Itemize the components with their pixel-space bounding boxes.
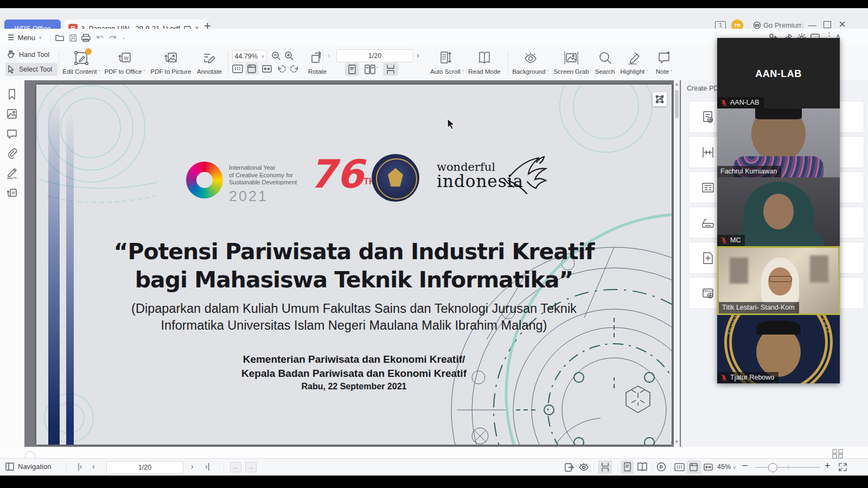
status-page-box[interactable]: 1/20 bbox=[106, 461, 183, 474]
hand-tool-button[interactable]: Hand Tool bbox=[7, 50, 49, 59]
search-button[interactable]: Search bbox=[592, 50, 617, 75]
forward-view-button[interactable]: → bbox=[245, 462, 257, 472]
single-page-view-icon[interactable] bbox=[348, 65, 356, 74]
navigation-toggle[interactable]: Navigation bbox=[5, 463, 51, 471]
extract-image-button[interactable] bbox=[653, 92, 667, 106]
comment-icon[interactable] bbox=[6, 128, 18, 140]
fit-width-icon[interactable] bbox=[261, 64, 272, 74]
from-scanner-icon bbox=[701, 216, 715, 230]
doc-vscrollbar[interactable]: ▲ ▼ bbox=[674, 80, 680, 447]
next-page-icon[interactable]: › bbox=[417, 51, 419, 60]
slide-subtitle: (Dipaparkan dalam Kuliah Umum Fakultas S… bbox=[36, 300, 672, 334]
highlight-button[interactable]: Highlight ˘ bbox=[618, 50, 650, 75]
restore-button[interactable] bbox=[824, 21, 831, 28]
background-button[interactable]: Background ˘ bbox=[511, 50, 550, 75]
toolbar-more-icon[interactable]: ⌄ bbox=[122, 35, 126, 40]
fullscreen-icon[interactable] bbox=[838, 463, 847, 472]
workspace-grid-icon[interactable] bbox=[832, 449, 843, 459]
vscroll-thumb[interactable] bbox=[675, 90, 679, 118]
two-page-dropdown-icon[interactable]: ˘ bbox=[376, 66, 378, 72]
zoom-slider-knob[interactable] bbox=[768, 463, 777, 472]
avatar-initials: TR bbox=[734, 23, 741, 28]
annotate-button[interactable]: Annotate bbox=[194, 50, 225, 75]
pdf-to-office-label: PDF to Office bbox=[104, 68, 142, 75]
fit-width-icon-status[interactable] bbox=[703, 463, 713, 472]
eye-icon[interactable] bbox=[578, 463, 589, 472]
first-page-icon[interactable]: |‹ bbox=[78, 462, 82, 471]
next-page-icon-status[interactable]: › bbox=[191, 462, 194, 471]
signature-icon[interactable] bbox=[6, 167, 18, 179]
fit-page-icon-status[interactable] bbox=[689, 463, 698, 472]
pdf-to-office-button[interactable]: W PDF to Office ˘ bbox=[103, 50, 146, 75]
attachment-icon[interactable] bbox=[6, 147, 18, 159]
pdf-to-office-icon: W bbox=[117, 50, 133, 66]
continuous-view-icon-status[interactable] bbox=[601, 463, 610, 472]
print-icon[interactable] bbox=[81, 34, 91, 42]
video-tile-fachrul[interactable]: Fachrul Kurniawan bbox=[717, 108, 840, 177]
fit-page-icon[interactable] bbox=[247, 64, 257, 74]
muted-mic-icon bbox=[720, 374, 727, 381]
new-blank-icon bbox=[701, 251, 715, 265]
continuous-view-icon[interactable] bbox=[386, 65, 395, 74]
from-file-icon bbox=[701, 110, 715, 124]
book-view-icon[interactable] bbox=[637, 462, 648, 472]
ai-badge-icon bbox=[85, 48, 92, 55]
bookmark-icon[interactable] bbox=[6, 88, 18, 100]
pdf-to-picture-button[interactable]: PDF to Picture bbox=[149, 50, 193, 75]
zoom-in-icon[interactable] bbox=[284, 51, 294, 61]
room-title: AAN-LAB bbox=[717, 68, 840, 80]
go-premium-button[interactable]: Go Premium bbox=[753, 21, 803, 29]
rotate-left-icon[interactable] bbox=[277, 64, 286, 74]
minimize-button[interactable]: — bbox=[808, 20, 816, 29]
select-tool-button[interactable]: Select Tool bbox=[5, 63, 58, 76]
rotate-right-icon[interactable] bbox=[290, 64, 299, 74]
menu-label: Menu bbox=[18, 34, 36, 42]
rotate-button[interactable]: Rotate bbox=[305, 50, 330, 75]
zoom-out-icon[interactable] bbox=[271, 51, 281, 61]
scroll-up-icon[interactable]: ▲ bbox=[674, 81, 679, 87]
screen-grab-button[interactable]: Screen Grab bbox=[552, 50, 590, 75]
prev-page-icon[interactable]: ‹ bbox=[328, 51, 330, 60]
zoom-slider[interactable] bbox=[755, 467, 820, 468]
scroll-down-icon[interactable]: ▼ bbox=[674, 439, 679, 445]
hand-icon bbox=[7, 50, 15, 59]
menu-button[interactable]: ☰ Menu ∨ bbox=[8, 33, 42, 42]
zoom-value-select[interactable]: 44.79%∨ bbox=[232, 50, 267, 62]
read-mode-button[interactable]: Read Mode bbox=[468, 50, 501, 75]
redo-icon[interactable] bbox=[108, 34, 117, 42]
edit-content-button[interactable]: Edit Content ˘ bbox=[62, 50, 101, 75]
horizontal-scroll-strip[interactable] bbox=[0, 447, 868, 458]
single-page-icon-status[interactable] bbox=[623, 462, 631, 472]
auto-scroll-button[interactable]: Auto Scroll ˘ bbox=[430, 50, 461, 75]
thumbnails-icon[interactable] bbox=[6, 108, 18, 120]
zoom-minus-icon[interactable]: − bbox=[742, 460, 748, 472]
two-page-view-icon[interactable] bbox=[365, 65, 375, 74]
save-icon[interactable] bbox=[69, 34, 78, 42]
status-bar: Navigation |‹ ‹ 1/20 › ›| ← → 45% ∨ − bbox=[0, 458, 868, 476]
cursor-icon bbox=[8, 65, 15, 74]
video-tile-titik-active-speaker[interactable]: Titik Lestari- Stand-Kom bbox=[717, 246, 840, 315]
slide-launch-icon[interactable] bbox=[564, 463, 575, 472]
last-page-icon[interactable]: ›| bbox=[205, 462, 209, 471]
pdf-page[interactable]: International Year of Creative Economy f… bbox=[36, 85, 672, 445]
export-word-icon[interactable]: W bbox=[6, 187, 18, 199]
video-conference-overlay[interactable]: AAN-LAB AAN-LAB Fachrul Kurniawan MC bbox=[717, 38, 840, 383]
page-indicator-box[interactable]: 1/20 bbox=[336, 49, 413, 62]
back-view-button[interactable]: ← bbox=[230, 462, 241, 472]
undo-icon[interactable] bbox=[95, 34, 104, 42]
annotate-label: Annotate bbox=[194, 68, 225, 75]
participant-name-label: Fachrul Kurniawan bbox=[717, 166, 781, 177]
status-zoom-value[interactable]: 45% ∨ bbox=[717, 463, 736, 471]
actual-size-icon-status[interactable] bbox=[674, 463, 685, 472]
actual-size-icon[interactable] bbox=[232, 64, 243, 74]
video-tile-mc[interactable]: MC bbox=[717, 177, 840, 246]
video-tile-tjatur[interactable]: KEMENP REKRAF Tjatur Rebowo bbox=[717, 315, 840, 383]
play-slideshow-icon[interactable] bbox=[656, 462, 666, 472]
note-button[interactable]: Note ˘ bbox=[652, 50, 676, 75]
video-tile-aan-lab[interactable]: AAN-LAB AAN-LAB bbox=[717, 38, 840, 108]
prev-page-icon-status[interactable]: ‹ bbox=[92, 462, 95, 471]
open-file-icon[interactable] bbox=[55, 34, 65, 42]
search-label: Search bbox=[592, 68, 617, 75]
zoom-plus-icon[interactable]: + bbox=[825, 460, 831, 472]
chevron-down-icon: ∨ bbox=[39, 35, 42, 40]
